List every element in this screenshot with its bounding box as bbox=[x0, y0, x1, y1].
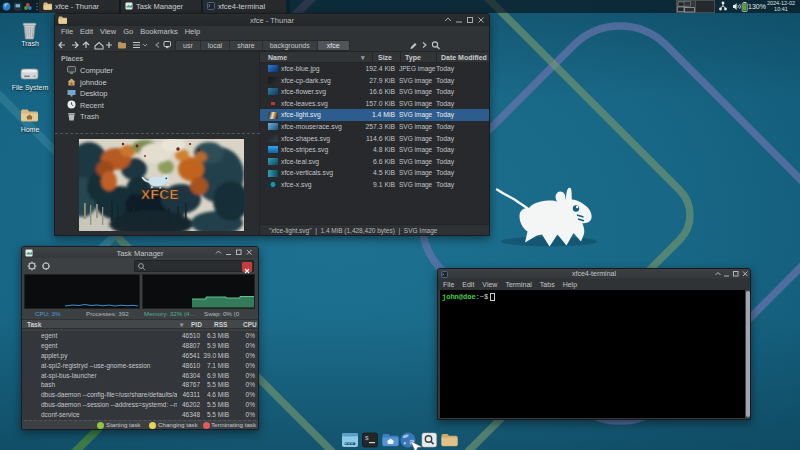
svg-text:XFCE: XFCE bbox=[141, 187, 179, 202]
svg-text:$: $ bbox=[365, 435, 369, 442]
